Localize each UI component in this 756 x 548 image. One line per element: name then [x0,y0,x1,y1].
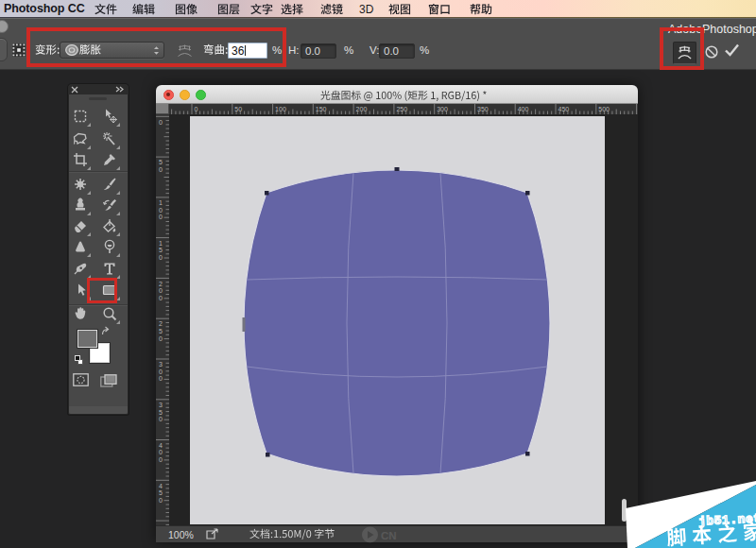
svg-text:5: 5 [159,328,163,334]
svg-text:0: 0 [159,335,163,342]
svg-text:0: 0 [159,449,163,455]
svg-text:500: 500 [598,106,610,112]
svg-text:50: 50 [234,106,242,112]
svg-text:450: 450 [558,106,570,112]
svg-text:400: 400 [518,106,529,112]
svg-text:0: 0 [159,368,163,375]
svg-text:0: 0 [159,207,163,214]
svg-text:4: 4 [159,442,163,449]
svg-text:1: 1 [159,240,163,247]
svg-text:0: 0 [159,456,163,463]
svg-text:5: 5 [159,489,163,496]
svg-text:CN: CN [381,530,397,541]
svg-text:250: 250 [396,106,407,112]
svg-text:0: 0 [159,295,163,301]
svg-text:300: 300 [437,106,448,112]
svg-text:0: 0 [159,497,163,504]
svg-text:0: 0 [159,287,163,294]
svg-text:5: 5 [159,247,163,253]
svg-text:100: 100 [275,106,286,112]
svg-text:150: 150 [316,106,327,112]
svg-text:0: 0 [159,119,163,126]
svg-text:5: 5 [159,409,163,416]
svg-text:5: 5 [159,159,163,165]
svg-text:350: 350 [477,106,489,112]
svg-text:0: 0 [159,375,163,382]
svg-text:4: 4 [159,483,163,489]
svg-text:3: 3 [159,402,163,408]
svg-text:200: 200 [356,106,368,112]
svg-text:0: 0 [159,166,163,173]
svg-text:0: 0 [159,416,163,422]
svg-text:1: 1 [159,199,163,206]
svg-text:0: 0 [159,214,163,220]
svg-text:2: 2 [159,281,163,287]
svg-text:0: 0 [159,254,163,261]
svg-text:2: 2 [159,320,163,327]
svg-text:0: 0 [195,106,198,112]
svg-text:3: 3 [159,361,163,368]
